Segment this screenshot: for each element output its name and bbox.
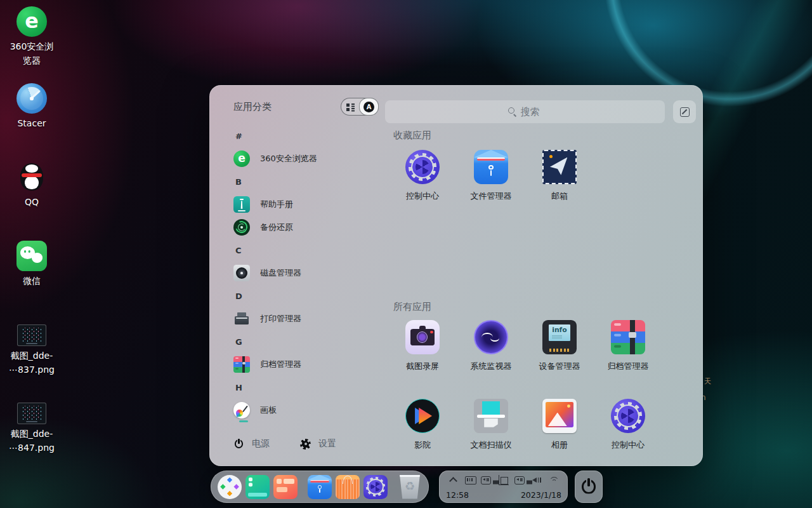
index-letter: H [233, 376, 383, 399]
app-label: 归档管理器 [608, 361, 649, 372]
control-center-icon [611, 399, 645, 433]
360-browser-icon [16, 6, 47, 37]
doc-scanner-icon [474, 399, 508, 433]
alphabetical-view-button[interactable]: A [359, 98, 379, 116]
desktop-icon-qq[interactable]: QQ [4, 162, 60, 210]
list-app-print-manager[interactable]: 打印管理器 [233, 307, 383, 330]
drawing-board-icon [233, 402, 250, 418]
app-screenshot-recorder[interactable]: 截图录屏 [388, 320, 457, 372]
launcher-icon [218, 475, 242, 499]
app-control-center[interactable]: 控制中心 [388, 150, 457, 202]
app-label: 磁盘管理器 [260, 267, 301, 279]
app-file-manager[interactable]: 文件管理器 [457, 150, 525, 202]
app-label: 相册 [551, 439, 568, 451]
list-app-drawing-board[interactable]: 画板 [233, 399, 383, 422]
list-app-browser-360[interactable]: 360安全浏览器 [233, 147, 383, 170]
power-button[interactable]: 电源 [233, 438, 270, 450]
dock-item-control-center[interactable] [363, 475, 388, 499]
desktop-icon-stacer[interactable]: Stacer [4, 83, 60, 131]
index-letter: D [233, 284, 383, 307]
fullscreen-expand-button[interactable] [673, 100, 696, 123]
app-label: 控制中心 [612, 439, 645, 451]
dock [211, 471, 429, 503]
control-center-icon [405, 150, 440, 184]
launcher-panel: 应用分类 A #360安全浏览器B帮助手册备份还原C磁盘管理器D打印管理器G归档… [209, 85, 703, 466]
dock-item-launcher[interactable] [218, 475, 242, 499]
desktop-icon-screenshot-file-1[interactable]: 截图_dde- ⋯837.png [4, 319, 60, 377]
app-label: 邮箱 [551, 190, 568, 202]
stacer-icon [16, 83, 47, 114]
battery-icon[interactable] [481, 474, 492, 485]
desktop-icon-360-browser[interactable]: 360安全浏 览器 [4, 6, 60, 67]
index-letter: # [233, 124, 383, 147]
app-label: 文件管理器 [471, 190, 512, 202]
search-input[interactable] [385, 100, 665, 123]
app-mail[interactable]: 邮箱 [525, 150, 594, 202]
tray-datetime[interactable]: 12:58 2023/1/18 [446, 490, 561, 500]
dock-item-trash[interactable] [398, 475, 422, 499]
file-manager-icon [308, 475, 332, 499]
dock-item-file-manager[interactable] [308, 475, 332, 499]
app-archive-manager[interactable]: 归档管理器 [594, 320, 662, 372]
app-label: 截图录屏 [406, 361, 439, 372]
network-icon[interactable] [548, 474, 560, 485]
screenshot-recorder-icon [405, 320, 440, 354]
desktop-icon-wechat[interactable]: 微信 [4, 241, 60, 288]
expand-icon [679, 107, 690, 117]
multitasking-view-icon [273, 475, 298, 499]
settings-button[interactable]: 设置 [300, 438, 336, 450]
app-label: 系统监视器 [471, 361, 512, 372]
list-app-backup-restore[interactable]: 备份还原 [233, 216, 383, 239]
clock-time: 12:58 [446, 490, 469, 500]
expand-tray-icon[interactable] [447, 474, 459, 485]
search-box [385, 100, 665, 123]
index-letter: G [233, 330, 383, 353]
list-app-disk-manager[interactable]: 磁盘管理器 [233, 262, 383, 284]
screen-capture-icon[interactable] [498, 474, 509, 485]
launcher-footer: 电源 设置 [233, 438, 336, 450]
file-manager-icon [474, 150, 508, 184]
desktop-icon-screenshot-file-2[interactable]: 截图_dde- ⋯847.png [4, 398, 60, 455]
mail-icon [542, 150, 577, 184]
app-label: 打印管理器 [260, 313, 301, 324]
system-tray: 12:58 2023/1/18 [439, 471, 568, 503]
wechat-icon [16, 241, 47, 271]
movie-icon [405, 399, 440, 433]
app-label: 设备管理器 [539, 361, 580, 372]
volume-icon[interactable] [532, 474, 543, 485]
app-label: 360安全浏览器 [260, 153, 317, 164]
partially-visible-app-icon [239, 420, 248, 422]
list-app-archive-manager[interactable]: 归档管理器 [233, 353, 383, 376]
desktop-icon-label: QQ [25, 196, 39, 210]
app-device-manager[interactable]: info设备管理器 [525, 320, 594, 372]
control-center-icon [363, 475, 388, 499]
app-system-monitor[interactable]: 系统监视器 [457, 320, 525, 372]
app-doc-scanner[interactable]: 文档扫描仪 [457, 399, 525, 451]
battery-2-icon[interactable] [514, 474, 526, 485]
dock-item-show-desktop[interactable] [246, 475, 270, 499]
view-mode-toggle: A [341, 98, 379, 116]
settings-label: 设置 [318, 438, 336, 450]
alphabetical-app-list: #360安全浏览器B帮助手册备份还原C磁盘管理器D打印管理器G归档管理器H画板 [233, 124, 383, 422]
power-icon [233, 439, 244, 450]
category-view-button[interactable] [341, 98, 360, 115]
app-album[interactable]: 相册 [525, 399, 594, 451]
app-movie[interactable]: 影院 [388, 399, 457, 451]
desktop-icon-label: 截图_dde- ⋯847.png [9, 427, 55, 455]
app-label: 帮助手册 [260, 199, 293, 210]
archive-manager-icon [611, 320, 645, 354]
help-manual-icon [233, 196, 250, 213]
obscured-desktop-text: 天 [704, 377, 711, 386]
print-manager-icon [233, 311, 250, 327]
shutdown-button[interactable] [575, 471, 603, 503]
app-control-center[interactable]: 控制中心 [594, 399, 662, 451]
onscreen-keyboard-icon[interactable] [464, 474, 476, 485]
list-app-help-manual[interactable]: 帮助手册 [233, 193, 383, 216]
desktop: 360安全浏 览器StacerQQ微信截图_dde- ⋯837.png截图_dd… [0, 0, 812, 508]
clock-date: 2023/1/18 [521, 490, 561, 500]
show-desktop-icon [246, 475, 270, 499]
dock-item-app-store[interactable] [336, 475, 360, 499]
app-label: 文档扫描仪 [471, 439, 512, 451]
dock-item-multitasking-view[interactable] [273, 475, 298, 499]
desktop-icon-label: 360安全浏 览器 [10, 40, 54, 67]
